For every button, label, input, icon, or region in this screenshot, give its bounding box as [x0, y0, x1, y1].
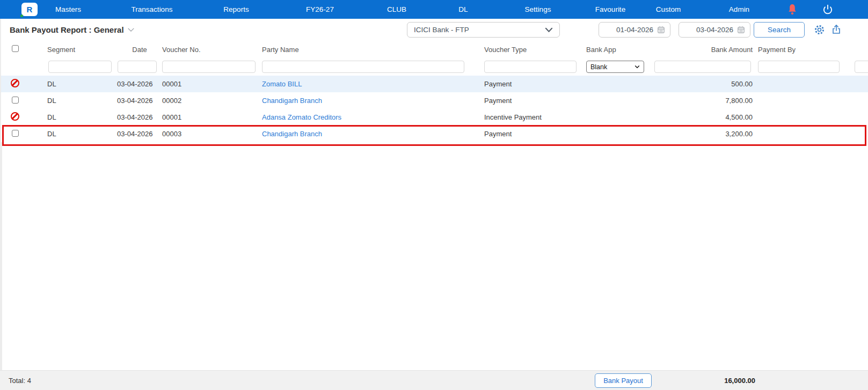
filter-party-name-input[interactable]	[262, 61, 464, 73]
table-footer-bar: Total: 4 Bank Payout 16,000.00	[0, 370, 868, 390]
cell-date: 03-04-2026	[117, 113, 162, 121]
cell-segment: DL	[47, 97, 117, 105]
cell-date: 03-04-2026	[117, 97, 162, 105]
table-header-row: Segment Date Voucher No. Party Name Vouc…	[1, 41, 868, 58]
table-row-selected[interactable]: DL 03-04-2026 00003 Chandigarh Branch Pa…	[1, 126, 868, 142]
date-to-input[interactable]	[690, 26, 733, 34]
cell-segment: DL	[47, 130, 117, 138]
nav-item-transactions[interactable]: Transactions	[132, 0, 173, 19]
bank-payout-button[interactable]: Bank Payout	[595, 373, 652, 388]
cell-voucher-type: Incentive Payment	[484, 113, 586, 121]
cell-voucher-type: Payment	[484, 130, 586, 138]
top-nav-bar: R Masters Transactions Reports FY26-27 C…	[0, 0, 868, 19]
blocked-icon	[11, 112, 19, 121]
bank-account-value: ICICI Bank - FTP	[414, 26, 469, 34]
party-name-link[interactable]: Adansa Zomato Creditors	[262, 113, 341, 121]
search-button[interactable]: Search	[754, 22, 805, 38]
calendar-icon[interactable]	[657, 26, 665, 34]
page-title-text: Bank Payout Report : General	[10, 25, 124, 34]
cell-segment: DL	[47, 80, 117, 88]
filter-payment-by-input[interactable]	[758, 61, 840, 73]
cell-voucher-type: Payment	[484, 97, 586, 105]
filter-bank-amount-input[interactable]	[654, 61, 751, 73]
col-header-bank-amount[interactable]: Bank Amount	[654, 46, 758, 54]
power-logout-icon[interactable]	[823, 0, 833, 19]
export-share-icon[interactable]	[831, 24, 842, 37]
cell-voucher-no: 00001	[162, 113, 262, 121]
calendar-icon[interactable]	[737, 26, 745, 34]
nav-item-club[interactable]: CLUB	[387, 0, 406, 19]
filter-extra-input[interactable]	[855, 61, 868, 73]
chevron-down-icon	[545, 27, 553, 33]
col-header-payment-by[interactable]: Payment By	[758, 46, 855, 54]
party-name-link[interactable]: Chandigarh Branch	[262, 130, 322, 138]
nav-item-custom[interactable]: Custom	[656, 0, 681, 19]
bank-account-select[interactable]: ICICI Bank - FTP	[407, 22, 560, 38]
nav-item-favourite[interactable]: Favourite	[595, 0, 625, 19]
col-header-segment[interactable]: Segment	[47, 46, 117, 54]
bank-payout-table: Segment Date Voucher No. Party Name Vouc…	[0, 41, 868, 371]
filter-voucher-no-input[interactable]	[162, 61, 256, 73]
title-chevron-down-icon	[127, 27, 135, 32]
nav-item-settings[interactable]: Settings	[525, 0, 551, 19]
page-title[interactable]: Bank Payout Report : General	[10, 19, 135, 41]
filter-segment-input[interactable]	[48, 61, 112, 73]
row-checkbox[interactable]	[12, 130, 19, 137]
table-row[interactable]: DL 03-04-2026 00001 Zomato BILL Payment …	[1, 76, 868, 92]
nav-item-reports[interactable]: Reports	[223, 0, 249, 19]
col-header-bank-app[interactable]: Bank App	[586, 46, 654, 54]
row-count-total: Total: 4	[9, 371, 31, 390]
nav-item-masters[interactable]: Masters	[55, 0, 81, 19]
cell-date: 03-04-2026	[117, 80, 162, 88]
gear-settings-icon[interactable]	[814, 24, 825, 38]
filter-bank-app-value: Blank	[590, 63, 607, 71]
chevron-down-icon	[634, 65, 640, 69]
grand-total-amount: 16,000.00	[653, 371, 755, 390]
cell-voucher-no: 00001	[162, 80, 262, 88]
col-header-voucher-type[interactable]: Voucher Type	[484, 46, 586, 54]
col-header-party-name[interactable]: Party Name	[262, 46, 484, 54]
cell-voucher-no: 00003	[162, 130, 262, 138]
cell-bank-amount: 4,500.00	[654, 113, 758, 121]
party-name-link[interactable]: Zomato BILL	[262, 80, 302, 88]
filter-date-input[interactable]	[118, 61, 157, 73]
cell-bank-amount: 3,200.00	[654, 130, 758, 138]
row-checkbox[interactable]	[12, 97, 19, 104]
blocked-icon	[11, 79, 19, 87]
cell-bank-amount: 7,800.00	[654, 97, 758, 105]
notification-bell-icon[interactable]	[787, 0, 798, 19]
cell-segment: DL	[47, 113, 117, 121]
nav-item-fy26-27[interactable]: FY26-27	[306, 0, 334, 19]
col-header-date[interactable]: Date	[117, 46, 162, 54]
filter-bank-app-select[interactable]: Blank	[586, 61, 644, 73]
empty-table-area	[1, 142, 868, 371]
cell-bank-amount: 500.00	[654, 80, 758, 88]
col-header-voucher-no[interactable]: Voucher No.	[162, 46, 262, 54]
filter-voucher-type-input[interactable]	[484, 61, 577, 73]
table-filter-row: Blank	[1, 58, 868, 76]
table-row[interactable]: DL 03-04-2026 00001 Adansa Zomato Credit…	[1, 109, 868, 126]
date-from-field	[599, 22, 670, 38]
nav-item-dl[interactable]: DL	[458, 0, 468, 19]
cell-voucher-no: 00002	[162, 97, 262, 105]
report-toolbar: Bank Payout Report : General ICICI Bank …	[0, 19, 868, 41]
nav-item-admin[interactable]: Admin	[729, 0, 749, 19]
date-from-input[interactable]	[610, 26, 653, 34]
party-name-link[interactable]: Chandigarh Branch	[262, 97, 322, 105]
select-all-checkbox[interactable]	[12, 45, 19, 52]
table-row[interactable]: DL 03-04-2026 00002 Chandigarh Branch Pa…	[1, 92, 868, 109]
cell-voucher-type: Payment	[484, 80, 586, 88]
app-logo[interactable]: R	[21, 3, 38, 16]
cell-date: 03-04-2026	[117, 130, 162, 138]
date-to-field	[679, 22, 750, 38]
